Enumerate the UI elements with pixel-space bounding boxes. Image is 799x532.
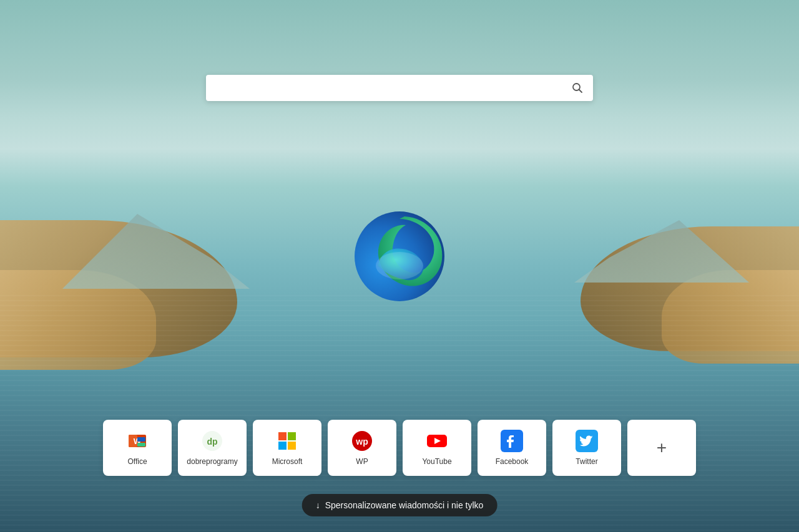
quick-link-microsoft[interactable]: Microsoft (253, 420, 321, 476)
svg-text:dp: dp (207, 437, 217, 447)
facebook-icon (501, 430, 523, 452)
svg-text:wp: wp (355, 437, 368, 447)
microsoft-icon (276, 430, 298, 452)
office-icon: W (126, 430, 149, 452)
quick-link-office[interactable]: W Office (103, 420, 172, 476)
wp-icon: wp (351, 430, 373, 452)
svg-rect-13 (278, 442, 287, 450)
quick-link-dobreprogramy[interactable]: dp dobreprogramy (178, 420, 247, 476)
quick-link-twitter[interactable]: Twitter (552, 420, 621, 476)
dp-icon: dp (201, 430, 223, 452)
notification-bar[interactable]: ↓ Spersonalizowane wiadomości i nie tylk… (302, 494, 498, 516)
svg-rect-12 (288, 432, 296, 440)
svg-rect-14 (288, 442, 296, 450)
quick-link-facebook[interactable]: Facebook (478, 420, 546, 476)
office-label: Office (127, 457, 147, 466)
svg-line-1 (579, 90, 582, 93)
facebook-label: Facebook (496, 457, 529, 466)
dobreprogramy-label: dobreprogramy (187, 457, 237, 466)
add-icon: + (650, 437, 673, 459)
svg-rect-8 (137, 443, 145, 447)
quick-links: W Office dp dobreprogramy Microsoft (103, 420, 696, 476)
search-icon (572, 82, 583, 94)
microsoft-label: Microsoft (272, 457, 303, 466)
quick-link-youtube[interactable]: YouTube (403, 420, 471, 476)
wp-label: WP (356, 457, 368, 466)
search-input[interactable] (206, 75, 562, 101)
notification-text: Spersonalizowane wiadomości i nie tylko (325, 500, 484, 510)
twitter-label: Twitter (576, 457, 597, 466)
svg-rect-7 (137, 437, 145, 442)
svg-rect-11 (278, 432, 287, 440)
youtube-icon (426, 430, 448, 452)
quick-link-wp[interactable]: wp WP (328, 420, 396, 476)
search-button[interactable] (562, 76, 593, 100)
twitter-icon (576, 430, 598, 452)
quick-link-add[interactable]: + (627, 420, 696, 476)
youtube-label: YouTube (422, 457, 451, 466)
search-container (206, 75, 593, 101)
search-box (206, 75, 593, 101)
plus-symbol: + (657, 438, 667, 458)
edge-logo (350, 206, 449, 306)
svg-point-3 (376, 252, 423, 279)
notification-arrow: ↓ (316, 500, 320, 510)
